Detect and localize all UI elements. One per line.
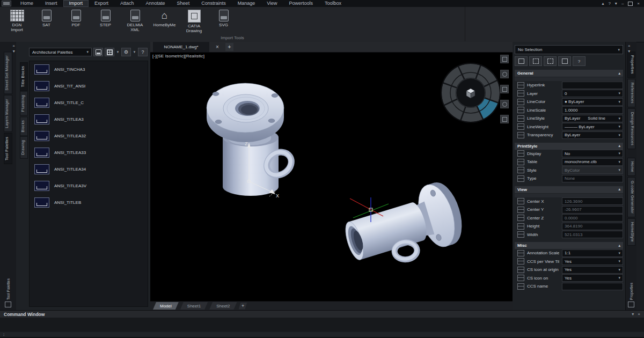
autohide-pin-icon[interactable]: ▾ (632, 312, 634, 317)
pan-tool-button[interactable] (500, 55, 509, 63)
new-document-button[interactable]: + (225, 43, 233, 51)
palette-item[interactable]: ANSI_TITLEA3 (30, 111, 148, 128)
properties-docked-tab[interactable]: Properties (628, 283, 634, 307)
lineweight-select[interactable]: ——— ByLayer▾ (562, 123, 623, 130)
section-header-view[interactable]: View ▴ (515, 186, 623, 193)
section-header-printstyle[interactable]: PrintStyle ▴ (515, 143, 623, 150)
menu-toolbox[interactable]: Toolbox (319, 0, 347, 7)
delmia-xml-import-button[interactable]: DELMIA XML (120, 8, 150, 33)
palette-tab-title-blocks[interactable]: Title Blocks (20, 62, 28, 91)
homebyme-import-button[interactable]: ⌂ HomeByMe (150, 8, 179, 33)
menu-powertools[interactable]: Powertools (283, 0, 319, 7)
menu-insert[interactable]: Insert (39, 0, 63, 7)
table-select[interactable]: monochrome.ctb▾ (562, 158, 623, 166)
selection-filter-select[interactable]: No Selection ▾ (515, 45, 623, 54)
display-select[interactable]: No▾ (562, 150, 623, 157)
sidebar-tab-tool-palettes[interactable]: Tool Palettes (4, 133, 12, 164)
ccs-name-field[interactable] (562, 283, 623, 290)
palette-item[interactable]: ANSI_TITLEA33 (30, 144, 148, 161)
palette-group-select[interactable]: Architectural Palettes ▾ (29, 48, 92, 56)
pickadd-toggle-button[interactable] (558, 56, 571, 66)
minimize-button[interactable]: – (621, 1, 624, 6)
menu-attach[interactable]: Attach (114, 0, 140, 7)
orbit-tool-button[interactable] (500, 85, 509, 93)
command-input[interactable]: : (0, 332, 644, 337)
chevron-down-icon[interactable]: ▾ (116, 50, 120, 54)
palette-item[interactable]: ANSI_TITLEA3V (30, 178, 148, 194)
help-icon[interactable]: ? (608, 1, 610, 6)
palette-item[interactable]: ANSI_TIT_ANSI (30, 78, 148, 94)
application-menu-icon[interactable] (2, 1, 11, 6)
palette-tab-drawing[interactable]: Drawing (20, 136, 28, 159)
palette-item[interactable]: ANSI_TITLE_C (30, 94, 148, 111)
sidebar-tab-references[interactable]: References (627, 79, 635, 107)
ccs-per-view-tile-select[interactable]: Yes▾ (562, 258, 623, 265)
ribbon-collapse-icon[interactable]: ▴ (602, 1, 604, 6)
step-import-button[interactable]: STEP (91, 8, 120, 33)
save-palette-button[interactable] (93, 48, 103, 56)
section-header-misc[interactable]: Misc ▴ (515, 242, 623, 249)
menu-view[interactable]: View (261, 0, 283, 7)
chevron-down-icon[interactable]: ▾ (133, 50, 136, 54)
tab-model[interactable]: Model (153, 302, 179, 310)
menu-constraints[interactable]: Constraints (195, 0, 232, 7)
sidebar-tab-layers-manager[interactable]: Layers Manager (4, 95, 12, 132)
sidebar-tab-sheet-set-manager[interactable]: Sheet Set Manager (4, 52, 12, 94)
menu-manage[interactable]: Manage (232, 0, 261, 7)
palette-item[interactable]: ANSI_TITLEA34 (30, 161, 148, 178)
select-objects-button[interactable] (529, 56, 542, 66)
wheel-settings-button[interactable] (500, 115, 509, 123)
tool-palettes-docked-tab[interactable]: Tool Palettes (5, 278, 11, 307)
command-window-titlebar[interactable]: Command Window ▾ × (0, 310, 644, 318)
autohide-pin-icon[interactable]: ▾ (12, 49, 15, 54)
model-space-canvas[interactable]: [-][SE Isometric][Realistic] (150, 53, 513, 301)
close-icon[interactable]: × (628, 44, 631, 48)
deselect-button[interactable] (544, 56, 557, 66)
dgn-import-button[interactable]: DGN Import (2, 8, 32, 33)
menu-annotate[interactable]: Annotate (140, 0, 171, 7)
palette-view-button[interactable] (105, 48, 114, 56)
palette-item[interactable]: ANSI_TITLEA32 (30, 128, 148, 144)
tab-sheet1[interactable]: Sheet1 (180, 302, 208, 310)
linestyle-select[interactable]: ByLayerSolid line▾ (562, 115, 623, 122)
linecolor-select[interactable]: ● ByLayer▾ (562, 98, 623, 106)
catia-drawing-import-button[interactable]: CATIA Drawing (179, 8, 209, 33)
annotation-scale-select[interactable]: 1:1▾ (562, 249, 623, 257)
sidebar-tab-properties[interactable]: Properties (627, 52, 635, 78)
palette-help-button[interactable]: ? (138, 48, 148, 56)
look-tool-button[interactable] (500, 100, 509, 108)
tab-sheet2[interactable]: Sheet2 (209, 302, 237, 310)
linescale-field[interactable]: 1.0000 (562, 106, 623, 114)
maximize-button[interactable] (628, 2, 633, 6)
zoom-tool-button[interactable] (500, 70, 509, 78)
sidebar-tab-homestyle[interactable]: HomeStyle (627, 218, 635, 246)
menu-home[interactable]: Home (14, 0, 39, 7)
palette-tab-blocks[interactable]: Blocks (20, 116, 28, 136)
close-button[interactable]: × (637, 1, 640, 6)
palette-item[interactable]: ANSI_TITLEB (30, 194, 148, 211)
palette-settings-button[interactable]: ⚙ (121, 48, 131, 56)
command-history[interactable] (0, 318, 644, 332)
add-layout-button[interactable]: + (239, 303, 247, 310)
document-tab[interactable]: NONAME_1.dwg* (153, 42, 209, 52)
menu-export[interactable]: Export (89, 0, 114, 7)
sidebar-tab-home[interactable]: Home (627, 158, 635, 176)
sat-import-button[interactable]: SAT (32, 8, 61, 33)
close-icon[interactable]: × (638, 312, 640, 317)
quick-select-button[interactable] (515, 56, 528, 66)
sidebar-tab-design-resources[interactable]: Design Resources (627, 108, 635, 149)
menu-import[interactable]: Import (63, 0, 89, 7)
cs-icon-on-select[interactable]: Yes▾ (562, 274, 623, 282)
menu-sheet[interactable]: Sheet (171, 0, 196, 7)
autohide-pin-icon[interactable]: ▾ (628, 49, 631, 54)
properties-help-button[interactable]: ? (573, 56, 586, 66)
section-header-general[interactable]: General ▴ (515, 70, 623, 77)
svg-import-button[interactable]: SVG (209, 8, 238, 33)
cs-icon-at-origin-select[interactable]: Yes▾ (562, 266, 623, 274)
document-close-icon[interactable]: × (216, 44, 219, 50)
pdf-import-button[interactable]: PDF (61, 8, 91, 33)
hyperlink-field[interactable] (562, 82, 623, 89)
palette-item[interactable]: ANSI_TINCHA3 (30, 61, 148, 78)
layer-select[interactable]: 0▾ (562, 90, 623, 97)
chevron-down-icon[interactable]: ▾ (615, 1, 617, 6)
